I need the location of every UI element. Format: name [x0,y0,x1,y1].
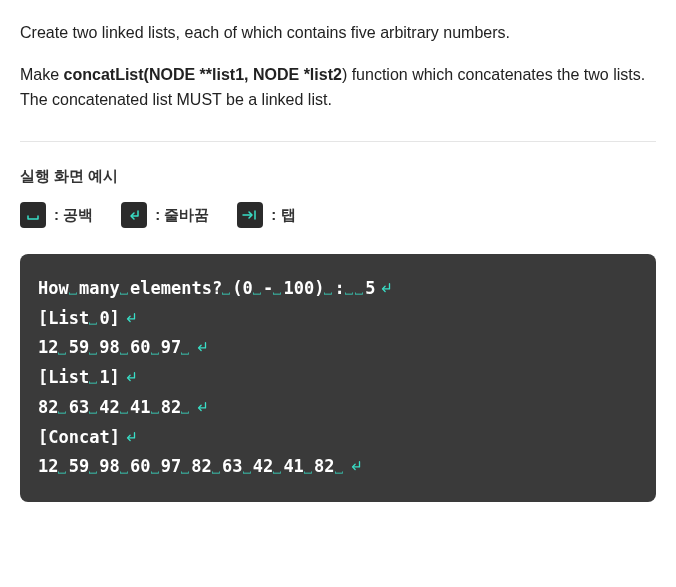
terminal-token: 41 [130,397,150,417]
terminal-token: 0] [99,308,119,328]
terminal-token: 63 [69,397,89,417]
terminal-line: [Concat] [38,423,638,453]
desc-p2-bold: concatList(NODE **list1, NODE *list2 [64,66,342,83]
terminal-token: 82 [161,397,181,417]
space-icon [20,202,46,228]
terminal-token: 82 [314,456,334,476]
terminal-token: 59 [69,337,89,357]
legend-newline-label: : 줄바꿈 [155,203,209,227]
terminal-line: 12599860978263424182 [38,452,638,482]
terminal-token: How [38,278,69,298]
terminal-token: 82 [191,456,211,476]
terminal-token: 98 [99,337,119,357]
example-heading: 실행 화면 예시 [20,164,656,188]
whitespace-legend: : 공백 : 줄바꿈 : 탭 [20,202,656,228]
terminal-token: [List [38,308,89,328]
terminal-token: 42 [253,456,273,476]
desc-paragraph-2: Make concatList(NODE **list1, NODE *list… [20,62,656,113]
newline-marker [195,333,209,363]
newline-marker [349,452,363,482]
terminal-token: 12 [38,337,58,357]
terminal-token: [List [38,367,89,387]
newline-icon [121,202,147,228]
terminal-token: - [263,278,273,298]
terminal-token: 82 [38,397,58,417]
terminal-line: 8263424182 [38,393,638,423]
terminal-token: elements? [130,278,222,298]
desc-p2-pre: Make [20,66,64,83]
terminal-line: [List1] [38,363,638,393]
newline-marker [379,274,393,304]
problem-description: Create two linked lists, each of which c… [20,20,656,113]
legend-space-label: : 공백 [54,203,93,227]
terminal-line: [List0] [38,304,638,334]
terminal-token: 97 [161,337,181,357]
divider [20,141,656,142]
terminal-token: 60 [130,456,150,476]
terminal-token: many [79,278,120,298]
terminal-token: 42 [99,397,119,417]
newline-marker [124,304,138,334]
terminal-token: 98 [99,456,119,476]
terminal-token: 41 [283,456,303,476]
terminal-token: (0 [232,278,252,298]
terminal-line: Howmanyelements?(0-100):5 [38,274,638,304]
newline-marker [124,363,138,393]
tab-icon [237,202,263,228]
desc-paragraph-1: Create two linked lists, each of which c… [20,20,656,46]
terminal-token: 100) [283,278,324,298]
legend-tab: : 탭 [237,202,295,228]
terminal-token: 60 [130,337,150,357]
legend-tab-label: : 탭 [271,203,295,227]
terminal-line: 1259986097 [38,333,638,363]
terminal-token: [Concat] [38,427,120,447]
terminal-token: 97 [161,456,181,476]
newline-marker [124,423,138,453]
newline-marker [195,393,209,423]
terminal-token: 59 [69,456,89,476]
terminal-output: Howmanyelements?(0-100):5[List0]12599860… [20,254,656,502]
terminal-token: : [335,278,345,298]
terminal-token: 12 [38,456,58,476]
legend-space: : 공백 [20,202,93,228]
terminal-token: 1] [99,367,119,387]
legend-newline: : 줄바꿈 [121,202,209,228]
terminal-token: 5 [365,278,375,298]
terminal-token: 63 [222,456,242,476]
